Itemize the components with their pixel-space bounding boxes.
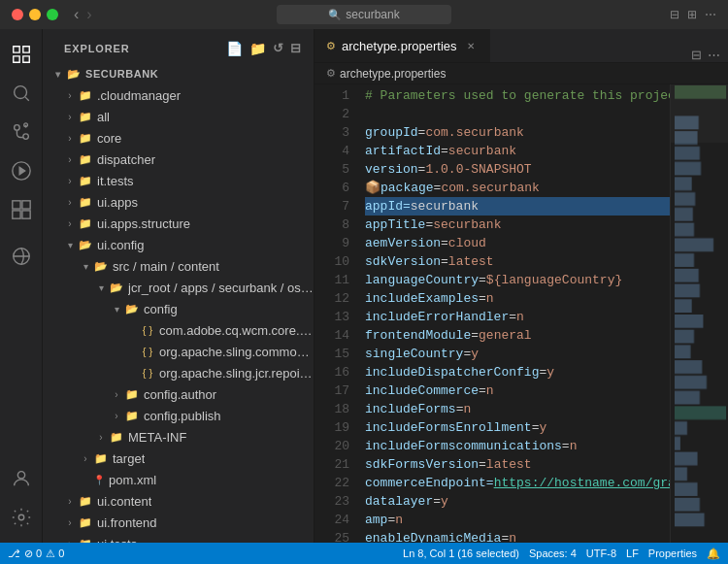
breadcrumb-filename: archetype.properties bbox=[340, 67, 446, 81]
tree-uiapps[interactable]: 📁 ui.apps bbox=[43, 191, 314, 213]
line-number: 8 bbox=[314, 216, 349, 234]
new-folder-icon[interactable]: 📁 bbox=[249, 41, 267, 56]
tree-core[interactable]: 📁 core bbox=[43, 127, 314, 149]
tab-archetype-properties[interactable]: ⚙ archetype.properties ✕ bbox=[314, 29, 490, 62]
activity-run[interactable] bbox=[4, 153, 39, 188]
line-number: 18 bbox=[314, 400, 349, 418]
tree-src-main-content[interactable]: 📂 src / main / content bbox=[43, 255, 314, 277]
new-file-icon[interactable]: 📄 bbox=[226, 41, 244, 56]
activity-explorer[interactable] bbox=[4, 37, 39, 72]
activity-remote[interactable] bbox=[4, 239, 39, 274]
tree-dispatcher[interactable]: 📁 dispatcher bbox=[43, 149, 314, 170]
nav-arrows: ‹ › bbox=[74, 6, 92, 23]
code-line: commerceEndpoint=https://hostname.com/gr… bbox=[365, 474, 670, 492]
activity-account[interactable] bbox=[4, 461, 39, 496]
split-icon[interactable]: ⊞ bbox=[687, 8, 697, 21]
chevron-uitests bbox=[62, 536, 78, 543]
tree-all[interactable]: 📁 all bbox=[43, 106, 314, 127]
status-language[interactable]: Properties bbox=[648, 547, 697, 559]
status-line-col[interactable]: Ln 8, Col 1 (16 selected) bbox=[403, 547, 519, 559]
tree-config-author[interactable]: 📁 config.author bbox=[43, 383, 314, 405]
tree-uifrontend[interactable]: 📁 ui.frontend bbox=[43, 512, 314, 533]
svg-rect-5 bbox=[21, 201, 29, 209]
status-notifications[interactable]: 🔔 bbox=[707, 547, 720, 560]
status-right: Ln 8, Col 1 (16 selected) Spaces: 4 UTF-… bbox=[403, 547, 720, 560]
folder-icon: 📁 bbox=[78, 109, 93, 124]
minimize-button[interactable] bbox=[29, 9, 41, 20]
back-arrow[interactable]: ‹ bbox=[74, 6, 79, 23]
tab-bar-actions: ⊟ ⋯ bbox=[683, 48, 728, 62]
svg-point-0 bbox=[14, 86, 26, 99]
explorer-title: EXPLORER bbox=[64, 43, 130, 54]
line-number: 11 bbox=[314, 271, 349, 289]
maximize-button[interactable] bbox=[47, 9, 58, 20]
activity-settings[interactable] bbox=[4, 500, 39, 535]
tree-meta-inf[interactable]: 📁 META-INF bbox=[43, 426, 314, 448]
json-icon: { } bbox=[140, 344, 155, 359]
refresh-icon[interactable]: ↺ bbox=[273, 41, 284, 56]
code-line: artifactId=securbank bbox=[365, 142, 670, 160]
tree-uiapps-structure[interactable]: 📁 ui.apps.structure bbox=[43, 213, 314, 234]
tab-close-button[interactable]: ✕ bbox=[463, 38, 479, 53]
label-uiconfig: ui.config bbox=[97, 238, 144, 252]
status-encoding[interactable]: UTF-8 bbox=[586, 547, 616, 559]
svg-rect-4 bbox=[12, 201, 19, 209]
pom-status-icon: 📍 bbox=[93, 475, 105, 485]
traffic-lights bbox=[12, 9, 58, 20]
folder-icon: 📁 bbox=[78, 151, 93, 167]
line-number: 12 bbox=[314, 289, 349, 308]
label-sling-jcr: org.apache.sling.jcr.repoinit.Repository… bbox=[159, 366, 314, 381]
chevron-all bbox=[62, 109, 78, 124]
tree-com-adobe[interactable]: { } com.adobe.cq.wcm.core.components.int… bbox=[43, 319, 314, 341]
layout-icon[interactable]: ⊟ bbox=[670, 8, 679, 21]
line-number: 6 bbox=[314, 179, 349, 197]
more-icon[interactable]: ⋯ bbox=[705, 8, 716, 21]
activity-search[interactable] bbox=[4, 76, 39, 111]
tree-target[interactable]: 📁 target bbox=[43, 448, 314, 469]
tree-cloudmanager[interactable]: 📁 .cloudmanager bbox=[43, 84, 314, 106]
status-line-ending[interactable]: LF bbox=[626, 547, 639, 559]
code-line: amp=n bbox=[365, 511, 670, 529]
chevron-ittests bbox=[62, 173, 78, 188]
tree-uitests[interactable]: 📁 ui.tests bbox=[43, 533, 314, 543]
status-bar: ⎇ ⊘ 0 ⚠ 0 Ln 8, Col 1 (16 selected) Spac… bbox=[0, 543, 728, 564]
tree-pom-uiconfig[interactable]: 📍 pom.xml bbox=[43, 469, 314, 490]
root-label: SECURBANK bbox=[85, 68, 158, 80]
line-numbers: 1234567891011121314151617181920212223242… bbox=[314, 84, 357, 543]
code-line: includeCommerce=n bbox=[365, 382, 670, 400]
activity-source-control[interactable] bbox=[4, 115, 39, 149]
code-line: enableDynamicMedia=n bbox=[365, 529, 670, 543]
tree-config-publish[interactable]: 📁 config.publish bbox=[43, 405, 314, 426]
search-text: securbank bbox=[346, 8, 399, 21]
tree-ittests[interactable]: 📁 it.tests bbox=[43, 170, 314, 191]
activity-bar-bottom bbox=[4, 461, 39, 543]
tree-uicontent[interactable]: 📁 ui.content bbox=[43, 490, 314, 512]
global-search[interactable]: 🔍 securbank bbox=[277, 5, 451, 24]
tree-sling-commons[interactable]: { } org.apache.sling.commons.log.LogMana… bbox=[43, 341, 314, 362]
status-left: ⎇ ⊘ 0 ⚠ 0 bbox=[8, 547, 64, 560]
line-number: 21 bbox=[314, 455, 349, 474]
root-folder[interactable]: 📂 SECURBANK bbox=[43, 63, 314, 84]
close-button[interactable] bbox=[12, 9, 23, 20]
code-line: includeExamples=n bbox=[365, 289, 670, 308]
forward-arrow[interactable]: › bbox=[86, 6, 91, 23]
status-spaces[interactable]: Spaces: 4 bbox=[529, 547, 577, 559]
split-editor-icon[interactable]: ⊟ bbox=[691, 48, 702, 62]
collapse-icon[interactable]: ⊟ bbox=[290, 41, 302, 56]
line-number: 16 bbox=[314, 363, 349, 382]
folder-icon: 📁 bbox=[109, 429, 124, 445]
activity-extensions[interactable] bbox=[4, 192, 39, 227]
tree-uiconfig[interactable]: 📂 ui.config bbox=[43, 234, 314, 255]
code-editor[interactable]: # Parameters used to generate this proje… bbox=[357, 84, 670, 543]
tree-jcr-root[interactable]: 📂 jcr_root / apps / securbank / osgiconf… bbox=[43, 277, 314, 298]
tree-sling-jcr[interactable]: { } org.apache.sling.jcr.repoinit.Reposi… bbox=[43, 362, 314, 383]
label-uifrontend: ui.frontend bbox=[97, 515, 156, 530]
svg-rect-7 bbox=[21, 211, 29, 218]
more-actions-icon[interactable]: ⋯ bbox=[708, 48, 720, 62]
json-icon: { } bbox=[140, 365, 155, 381]
status-branch[interactable]: ⎇ ⊘ 0 ⚠ 0 bbox=[8, 547, 64, 560]
tree-config[interactable]: 📂 config bbox=[43, 298, 314, 319]
label-cloudmanager: .cloudmanager bbox=[97, 88, 181, 103]
warnings-count: ⚠ 0 bbox=[46, 547, 64, 560]
tab-bar: ⚙ archetype.properties ✕ ⊟ ⋯ bbox=[314, 29, 728, 63]
